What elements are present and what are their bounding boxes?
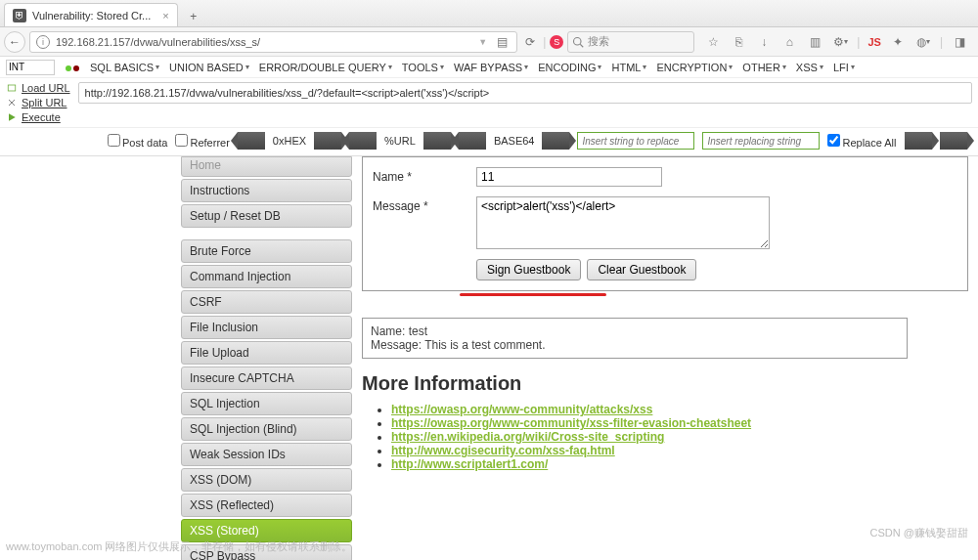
menu-html[interactable]: HTML▾ [611,62,646,73]
url-label: %URL [384,135,416,147]
hex-label: 0xHEX [273,135,306,147]
sidebar-item-setup[interactable]: Setup / Reset DB [181,204,352,228]
svg-line-1 [581,44,584,47]
search-placeholder: 搜索 [588,34,609,49]
menu-union-based[interactable]: UNION BASED▾ [169,62,249,73]
info-link-1[interactable]: https://owasp.org/www-community/xss-filt… [391,416,751,430]
url-box[interactable]: i 192.168.21.157/dvwa/vulnerabilities/xs… [29,31,517,53]
split-url-action[interactable]: Split URL [6,97,70,108]
extension-icon[interactable]: ✦ [889,33,907,51]
comment-msg-label: Message: [371,338,422,352]
back-button[interactable]: ← [4,31,25,53]
load-url-action[interactable]: Load URL [6,82,70,94]
hackbar-options: Post data Referrer 0xHEX %URL BASE64 Rep… [0,128,978,156]
menu-error-query[interactable]: ERROR/DOUBLE QUERY▾ [259,62,392,73]
separator: | [543,35,546,49]
url-right[interactable] [423,132,451,150]
info-link-2[interactable]: https://en.wikipedia.org/wiki/Cross-site… [391,430,664,444]
sidebar-item-file-inclusion[interactable]: File Inclusion [181,316,352,339]
name-input[interactable] [476,167,662,187]
hex-left[interactable] [238,132,265,150]
menu-other[interactable]: OTHER▾ [742,62,786,73]
comment-name-value: test [409,324,427,338]
sidebar-item-sqli[interactable]: SQL Injection [181,392,352,415]
search-box[interactable]: 搜索 [567,31,694,53]
sidebar-item-xss-dom[interactable]: XSS (DOM) [181,468,352,492]
comment-entry: Name: test Message: This is a test comme… [362,318,908,359]
bookmark-icon[interactable]: ☆ [704,33,722,51]
addon-icon[interactable]: ⚙▾ [831,33,849,51]
main-content: Name * Message * Sign Guestbook Clear Gu… [352,156,978,560]
menu-encryption[interactable]: ENCRYPTION▾ [656,62,733,73]
sidebar-item-command[interactable]: Command Injection [181,265,352,288]
b64-label: BASE64 [494,135,535,147]
tab-title: Vulnerability: Stored Cr... [32,10,151,22]
sidebar-item-xss-reflected[interactable]: XSS (Reflected) [181,494,352,517]
sidebar-item-weak-session[interactable]: Weak Session IDs [181,443,352,466]
url-left[interactable] [349,132,377,150]
replace-go2[interactable] [940,132,967,150]
referrer-checkbox[interactable]: Referrer [175,134,229,149]
sidebar-item-home[interactable]: Home [181,156,352,177]
menu-xss[interactable]: XSS▾ [796,62,823,73]
hackbar-url-input[interactable] [78,82,972,104]
js-icon[interactable]: JS [867,36,880,48]
info-link-3[interactable]: http://www.cgisecurity.com/xss-faq.html [391,444,615,457]
menu-waf-bypass[interactable]: WAF BYPASS▾ [454,62,528,73]
library-icon[interactable]: ▥ [806,33,823,51]
sidebar-item-sqli-blind[interactable]: SQL Injection (Blind) [181,417,352,441]
browser-tab[interactable]: ⛨ Vulnerability: Stored Cr... × [4,3,178,26]
replace-all-checkbox[interactable]: Replace All [827,134,896,149]
dropdown-icon[interactable]: ▼ [478,37,487,47]
dvwa-sidebar: Home Instructions Setup / Reset DB Brute… [181,156,352,560]
sidebar-icon[interactable]: ◨ [951,33,968,51]
cookie-icon[interactable]: ◍▾ [914,33,932,51]
hex-right[interactable] [314,132,341,150]
hackbar-menu: SQL BASICS▾ UNION BASED▾ ERROR/DOUBLE QU… [0,57,978,78]
close-icon[interactable]: × [162,10,168,22]
replace-string-input[interactable] [577,132,694,150]
replacing-string-input[interactable] [702,132,820,150]
sidebar-item-instructions[interactable]: Instructions [181,179,352,202]
guestbook-form: Name * Message * Sign Guestbook Clear Gu… [362,156,968,291]
sidebar-item-brute[interactable]: Brute Force [181,239,352,263]
more-info-heading: More Information [362,372,968,395]
svg-point-0 [574,37,582,45]
reload-button[interactable]: ⟳ [521,33,539,51]
message-input[interactable] [476,196,770,249]
reader-icon[interactable]: ▤ [493,33,511,51]
b64-left[interactable] [459,132,486,150]
menu-tools[interactable]: TOOLS▾ [402,62,444,73]
sidebar-item-csrf[interactable]: CSRF [181,290,352,314]
new-tab-button[interactable]: + [182,7,205,26]
execute-action[interactable]: Execute [6,111,70,123]
sign-button[interactable]: Sign Guestbook [476,259,581,280]
sidebar-item-captcha[interactable]: Insecure CAPTCHA [181,366,352,390]
b64-right[interactable] [542,132,569,150]
info-link-0[interactable]: https://owasp.org/www-community/attacks/… [391,403,652,416]
menu-encoding[interactable]: ENCODING▾ [538,62,601,73]
noscript-icon[interactable]: S [550,35,563,49]
sidebar-item-file-upload[interactable]: File Upload [181,341,352,365]
tab-favicon: ⛨ [13,9,26,22]
svg-rect-2 [8,85,16,91]
menu-lfi[interactable]: LFI▾ [833,62,855,73]
db-select[interactable] [6,60,55,75]
info-icon[interactable]: i [36,35,50,49]
message-label: Message * [373,196,470,213]
post-data-checkbox[interactable]: Post data [108,134,167,149]
pocket-icon[interactable]: ⎘ [730,33,747,51]
comment-msg-value: This is a test comment. [424,338,545,352]
red-annotation [460,293,597,296]
home-icon[interactable]: ⌂ [780,33,798,51]
clear-button[interactable]: Clear Guestbook [587,259,696,280]
more-info-section: More Information https://owasp.org/www-c… [362,372,968,471]
menu-sql-basics[interactable]: SQL BASICS▾ [90,62,159,73]
led-green [65,62,80,73]
downloads-icon[interactable]: ↓ [755,33,773,51]
browser-tab-bar: ⛨ Vulnerability: Stored Cr... × + [0,0,978,27]
info-link-4[interactable]: http://www.scriptalert1.com/ [391,457,548,471]
watermark-right: CSDN @赚钱娶甜甜 [870,526,968,540]
replace-go[interactable] [905,132,932,150]
separator: | [940,35,943,49]
